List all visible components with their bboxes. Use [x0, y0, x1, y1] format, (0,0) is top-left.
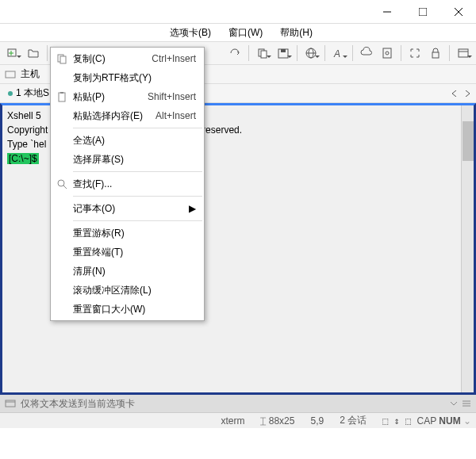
save-dropdown-button[interactable] [274, 44, 293, 63]
menu-window[interactable]: 窗口(W) [225, 25, 266, 41]
svg-rect-8 [261, 51, 267, 58]
svg-rect-15 [383, 48, 391, 58]
globe-dropdown-button[interactable] [301, 44, 321, 63]
session-tab[interactable]: 1 本地S [3, 85, 54, 101]
ctx-reset-terminal[interactable]: 重置终端(T) [51, 243, 204, 262]
svg-text:A: A [333, 48, 340, 59]
ctx-separator [73, 128, 202, 128]
menu-help[interactable]: 帮助(H) [277, 25, 316, 41]
svg-rect-10 [281, 49, 286, 52]
svg-rect-1 [419, 8, 427, 16]
svg-point-16 [386, 52, 389, 55]
status-term: xterm [221, 415, 244, 426]
ctx-copy[interactable]: 复制(C) Ctrl+Insert [51, 49, 204, 68]
ctx-separator [73, 220, 202, 221]
new-session-button[interactable] [3, 44, 22, 63]
tab-label: 1 本地S [16, 86, 49, 100]
svg-rect-18 [459, 49, 468, 57]
terminal-scrollbar[interactable] [461, 105, 474, 392]
cloud-button[interactable] [357, 44, 376, 63]
ctx-label: 重置窗口大小(W) [73, 303, 145, 316]
ctx-copy-rtf[interactable]: 复制为RTF格式(Y) [51, 68, 204, 87]
font-dropdown-button[interactable]: A [329, 44, 348, 63]
menu-tabs[interactable]: 选项卡(B) [167, 25, 214, 41]
search-icon [56, 178, 68, 190]
lock-button[interactable] [426, 44, 445, 63]
status-pos: 5,9 [310, 415, 324, 426]
submenu-arrow-icon: ▶ [189, 203, 196, 214]
view-dropdown-button[interactable] [454, 44, 473, 63]
ctx-label: 复制为RTF格式(Y) [73, 71, 152, 85]
ctx-reset-cursor[interactable]: 重置游标(R) [51, 224, 204, 243]
ctx-label: 选择屏幕(S) [73, 153, 124, 166]
svg-rect-20 [6, 71, 15, 78]
ctx-label: 查找(F)... [73, 178, 112, 191]
ctx-label: 粘贴(P) [73, 90, 105, 104]
host-icon [5, 69, 16, 80]
ctx-select-screen[interactable]: 选择屏幕(S) [51, 150, 204, 169]
tab-next-button[interactable] [462, 88, 473, 99]
ctx-label: 重置终端(T) [73, 246, 123, 259]
status-sessions: 2 会话 [340, 414, 367, 427]
ctx-shortcut: Ctrl+Insert [152, 53, 196, 64]
statusbar: xterm ⌶ 88x25 5,9 2 会话 ⬚ ↕ ⬚ CAP NUM ⌄ [0, 412, 476, 428]
status-dot-icon [8, 91, 13, 96]
ctx-label: 全选(A) [73, 134, 105, 147]
ctx-label: 复制(C) [73, 52, 106, 66]
svg-rect-30 [60, 92, 63, 94]
reconnect-button[interactable] [225, 44, 244, 63]
scroll-thumb[interactable] [463, 121, 474, 161]
copy-dropdown-button[interactable] [253, 44, 272, 63]
context-menu: 复制(C) Ctrl+Insert 复制为RTF格式(Y) 粘贴(P) Shif… [50, 47, 205, 321]
host-label: 主机 [21, 67, 40, 81]
ctx-shortcut: Shift+Insert [148, 91, 196, 102]
send-icon [5, 398, 16, 409]
status-size: ⌶ 88x25 [260, 415, 294, 426]
svg-rect-29 [59, 93, 65, 101]
ctx-label: 粘贴选择内容(E) [73, 109, 143, 123]
ctx-separator [73, 196, 202, 197]
svg-rect-17 [432, 52, 439, 58]
ctx-label: 记事本(O) [73, 202, 115, 216]
svg-rect-22 [6, 400, 15, 407]
maximize-button[interactable] [405, 0, 440, 24]
close-button[interactable] [440, 0, 476, 24]
ctx-separator [73, 171, 202, 172]
ctx-label: 重置游标(R) [73, 227, 125, 240]
ctx-notepad[interactable]: 记事本(O) ▶ [51, 199, 204, 218]
sendbar: 仅将文本发送到当前选项卡 [0, 395, 476, 412]
titlebar [0, 0, 476, 24]
menubar: 选项卡(B) 窗口(W) 帮助(H) [0, 24, 476, 41]
svg-rect-28 [60, 56, 66, 63]
ctx-reset-window-size[interactable]: 重置窗口大小(W) [51, 300, 204, 319]
svg-point-31 [58, 180, 64, 186]
status-indicators: ⬚ ↕ ⬚ CAP NUM ⌄ [382, 415, 471, 426]
prompt: [C:\~]$ [7, 153, 39, 164]
svg-line-32 [63, 186, 67, 189]
properties-button[interactable] [378, 44, 397, 63]
ctx-shortcut: Alt+Insert [155, 110, 196, 121]
minimize-button[interactable] [369, 0, 405, 24]
tab-prev-button[interactable] [449, 88, 460, 99]
ctx-clear-scrollback[interactable]: 滚动缓冲区清除(L) [51, 281, 204, 300]
ctx-select-all[interactable]: 全选(A) [51, 131, 204, 150]
send-menu-icon[interactable] [462, 399, 471, 408]
ctx-clear-screen[interactable]: 清屏(N) [51, 262, 204, 281]
send-text: 仅将文本发送到当前选项卡 [21, 397, 135, 411]
ctx-label: 滚动缓冲区清除(L) [73, 284, 152, 297]
open-button[interactable] [24, 44, 43, 63]
ctx-paste-selection[interactable]: 粘贴选择内容(E) Alt+Insert [51, 106, 204, 125]
paste-icon [56, 90, 68, 103]
copy-icon [56, 52, 68, 65]
ctx-paste[interactable]: 粘贴(P) Shift+Insert [51, 87, 204, 106]
send-down-icon[interactable] [449, 399, 459, 408]
fullscreen-button[interactable] [405, 44, 424, 63]
ctx-label: 清屏(N) [73, 265, 106, 278]
ctx-find[interactable]: 查找(F)... [51, 174, 204, 193]
